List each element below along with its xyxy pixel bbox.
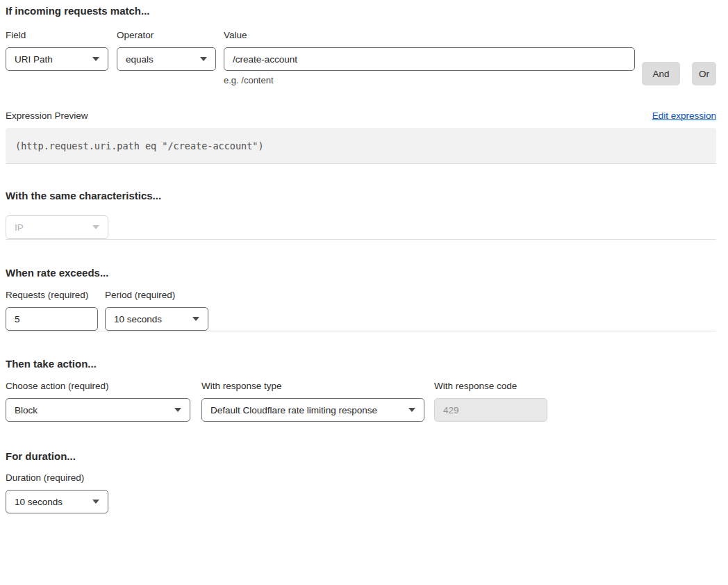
expression-preview-box: (http.request.uri.path eq "/create-accou… [6,128,716,163]
field-group-operator: Operator equals [117,30,216,71]
action-select-value: Block [15,405,38,415]
characteristic-select-value: IP [15,222,24,233]
expression-preview-header: Expression Preview Edit expression [6,110,716,122]
field-group-requests: Requests (required) [6,290,98,331]
requests-label: Requests (required) [6,290,98,301]
duration-row: Duration (required) 10 seconds [6,472,716,513]
value-input[interactable] [224,47,635,71]
duration-select[interactable]: 10 seconds [6,490,108,513]
duration-section-heading: For duration... [6,450,716,463]
chevron-down-icon [174,408,181,412]
requests-input[interactable] [6,307,98,331]
characteristics-section-heading: With the same characteristics... [6,190,716,202]
and-button[interactable]: And [642,62,680,85]
field-group-response-type: With response type Default Cloudflare ra… [201,381,424,422]
operator-label: Operator [117,30,216,41]
value-hint: e.g. /content [224,75,635,85]
rate-section-heading: When rate exceeds... [6,267,716,279]
field-group-field: Field URI Path [6,30,108,71]
field-group-duration: Duration (required) 10 seconds [6,472,108,513]
field-select-value: URI Path [15,54,53,65]
field-label: Field [6,30,108,41]
response-type-label: With response type [201,381,424,392]
or-button[interactable]: Or [692,62,716,85]
expression-preview-code: (http.request.uri.path eq "/create-accou… [15,140,264,151]
action-fields-row: Choose action (required) Block With resp… [6,381,716,422]
section-divider [6,331,716,331]
value-label: Value [224,30,635,41]
chevron-down-icon [92,57,99,61]
response-code-label: With response code [434,381,547,392]
duration-label: Duration (required) [6,472,108,484]
field-select[interactable]: URI Path [6,47,108,71]
action-label: Choose action (required) [6,381,190,392]
period-select-value: 10 seconds [114,314,162,324]
match-section-heading: If incoming requests match... [6,5,716,17]
chevron-down-icon [92,225,99,229]
edit-expression-link[interactable]: Edit expression [652,110,716,122]
rate-fields-row: Requests (required) Period (required) 10… [6,290,716,331]
chevron-down-icon [92,500,99,504]
action-select[interactable]: Block [6,398,190,422]
characteristics-row: IP [6,215,716,239]
action-section-heading: Then take action... [6,358,716,370]
match-fields-row: Field URI Path Operator equals Value e.g… [6,30,716,85]
duration-select-value: 10 seconds [15,497,63,507]
chevron-down-icon [200,57,207,61]
field-group-response-code: With response code [434,381,547,422]
characteristic-select: IP [6,215,108,239]
response-type-select[interactable]: Default Cloudflare rate limiting respons… [201,398,424,422]
rate-limiting-rule-form: If incoming requests match... Field URI … [0,0,728,519]
response-code-input [434,398,547,422]
chevron-down-icon [192,317,199,321]
period-label: Period (required) [105,290,208,301]
section-divider [6,163,716,164]
section-divider [6,239,716,240]
operator-select-value: equals [126,54,154,65]
response-type-select-value: Default Cloudflare rate limiting respons… [210,405,377,415]
expression-preview-label: Expression Preview [6,110,88,122]
field-group-value: Value e.g. /content [224,30,635,85]
field-group-characteristic: IP [6,215,108,239]
chevron-down-icon [408,408,415,412]
period-select[interactable]: 10 seconds [105,307,208,331]
field-group-action: Choose action (required) Block [6,381,190,422]
field-group-period: Period (required) 10 seconds [105,290,208,331]
operator-select[interactable]: equals [117,47,216,71]
